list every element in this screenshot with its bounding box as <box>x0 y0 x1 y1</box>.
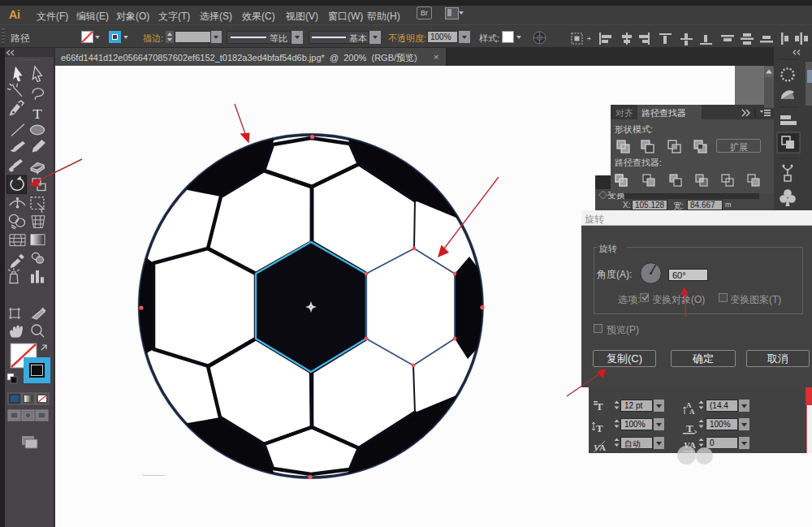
svg-text:T: T <box>32 106 42 122</box>
svg-text:T: T <box>596 422 603 434</box>
svg-text:A: A <box>599 443 606 452</box>
